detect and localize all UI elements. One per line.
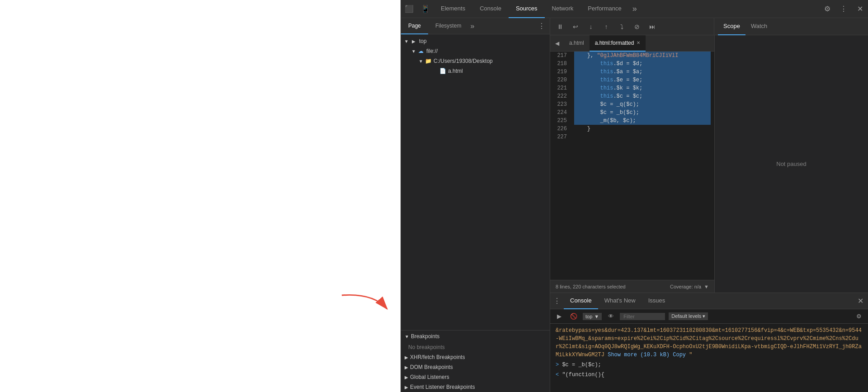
pause-button[interactable]: ⏸ (554, 20, 566, 33)
code-line-224: $c = _b($c); (574, 109, 711, 117)
close-console-button[interactable]: ✕ (853, 293, 868, 309)
context-arrow-icon: ▼ (594, 314, 599, 319)
breakpoints-label: Breakpoints (411, 333, 439, 340)
close-tab-button[interactable]: ✕ (637, 40, 640, 45)
tab-scope[interactable]: Scope (718, 18, 745, 35)
default-levels-selector[interactable]: Default levels ▾ (669, 312, 708, 320)
tree-arrow-top: ▼ (403, 39, 410, 44)
event-listener-breakpoints[interactable]: ▶ Event Listener Breakpoints (401, 382, 550, 392)
devtools-panel: ⬛ 📱 Elements Console Sources Network Per… (401, 0, 868, 392)
code-line-219: this.$a = $a; (574, 68, 711, 76)
file-tree: ▼ ▶ top ▼ ☁ file:// ▼ 📁 C:/Users/19308/D… (401, 34, 550, 330)
status-bar: 8 lines, 220 characters selected Coverag… (550, 280, 714, 293)
tab-filesystem[interactable]: Filesystem (428, 18, 468, 34)
line-num-221: 221 (554, 84, 567, 92)
code-line-221: this.$k = $k; (574, 84, 711, 92)
file-tab-ahtml[interactable]: a.html (564, 35, 590, 52)
more-options-icon[interactable]: ⋮ (835, 0, 852, 18)
console-tab-bar: ⋮ Console What's New Issues ✕ (550, 293, 868, 309)
context-selector[interactable]: top ▼ (583, 313, 602, 320)
line-num-224: 224 (554, 109, 567, 117)
filter-input[interactable] (620, 313, 665, 320)
sub-tab-more-icon[interactable]: » (470, 22, 474, 30)
file-back-button[interactable]: ◀ (550, 35, 564, 52)
triangle-icon: ▶ (410, 38, 417, 45)
global-listeners[interactable]: ▶ Global Listeners (401, 372, 550, 382)
breakpoints-arrow: ▼ (405, 334, 409, 339)
tab-watch[interactable]: Watch (745, 18, 773, 35)
not-paused-text: Not paused (715, 35, 868, 293)
context-label: top (585, 314, 592, 319)
code-line-223: $c = _q($c); (574, 100, 711, 109)
tab-network[interactable]: Network (545, 0, 581, 18)
debug-toolbar: ⏸ ↩ ↓ ↑ ⤵ ⊘ ⏭ (550, 18, 714, 35)
xhr-label: XHR/fetch Breakpoints (410, 354, 465, 360)
deactivate-button[interactable]: ⊘ (631, 20, 643, 33)
coverage-icon[interactable]: ▼ (704, 284, 709, 289)
breakpoints-section: ▼ Breakpoints No breakpoints ▶ XHR/fetch… (401, 330, 550, 392)
tab-elements[interactable]: Elements (434, 0, 472, 18)
tree-label-ahtml: a.html (448, 68, 463, 74)
step-into-button[interactable]: ↓ (585, 20, 597, 33)
tree-item-ahtml[interactable]: 📄 a.html (401, 66, 550, 76)
no-breakpoints-text: No breakpoints (401, 342, 550, 352)
console-toolbar: ▶ 🚫 top ▼ 👁 Default levels ▾ ⚙ (550, 309, 868, 324)
bottom-panel: ⋮ Console What's New Issues ✕ ▶ 🚫 top ▼ … (550, 293, 868, 392)
console-menu-button[interactable]: ⋮ (550, 293, 564, 309)
tab-whats-new[interactable]: What's New (598, 293, 642, 309)
dom-breakpoints[interactable]: ▶ DOM Breakpoints (401, 362, 550, 372)
console-output-result: < "(function(){ (550, 370, 868, 380)
more-tabs-icon[interactable]: » (629, 4, 641, 14)
scope-panel: Not paused (714, 35, 868, 293)
tab-console-bottom[interactable]: Console (564, 293, 598, 309)
console-output-code: > $c = _b($c); (550, 360, 868, 370)
tree-item-top[interactable]: ▼ ▶ top (401, 36, 550, 46)
code-line-222: this.$c = $c; (574, 92, 711, 100)
red-arrow (337, 291, 392, 320)
close-devtools-button[interactable]: ✕ (852, 0, 868, 18)
breakpoints-header[interactable]: ▼ Breakpoints (401, 331, 550, 342)
line-numbers: 217 218 219 220 221 222 223 224 225 226 … (550, 52, 571, 280)
folder-icon: 📁 (425, 57, 432, 65)
devtools-main: Page Filesystem » ⋮ ▼ ▶ top ▼ ☁ (401, 18, 868, 392)
device-icon[interactable]: 📱 (417, 0, 434, 18)
sub-tab-menu-icon[interactable]: ⋮ (533, 22, 550, 30)
tab-page[interactable]: Page (401, 18, 428, 34)
tree-label-top: top (419, 38, 427, 44)
main-tabs: Elements Console Sources Network Perform… (434, 0, 819, 18)
console-settings-button[interactable]: ⚙ (854, 311, 864, 322)
settings-icon[interactable]: ⚙ (819, 0, 835, 18)
file-tab-bar: ◀ a.html a.html:formatted ✕ (550, 35, 714, 52)
step-over-button[interactable]: ↩ (569, 20, 582, 33)
run-script-button[interactable]: ▶ (554, 311, 565, 322)
tab-sources[interactable]: Sources (509, 0, 545, 18)
dom-arrow-icon: ▶ (405, 365, 408, 370)
selection-info: 8 lines, 220 characters selected (556, 284, 626, 289)
tree-label-file: file:// (426, 48, 438, 54)
tree-item-desktop[interactable]: ▼ 📁 C:/Users/19308/Desktop (401, 56, 550, 66)
xhr-breakpoints[interactable]: ▶ XHR/fetch Breakpoints (401, 352, 550, 362)
tree-item-file[interactable]: ▼ ☁ file:// (401, 46, 550, 56)
tab-console[interactable]: Console (472, 0, 509, 18)
tree-label-desktop: C:/Users/19308/Desktop (434, 58, 493, 64)
step-button[interactable]: ⤵ (615, 20, 628, 33)
left-panel: Page Filesystem » ⋮ ▼ ▶ top ▼ ☁ (401, 18, 550, 392)
inspect-icon[interactable]: ⬛ (401, 0, 417, 18)
skip-button[interactable]: ⏭ (646, 20, 659, 33)
line-num-220: 220 (554, 76, 567, 84)
tab-performance[interactable]: Performance (580, 0, 628, 18)
clear-console-button[interactable]: 🚫 (568, 311, 579, 322)
global-label: Global Listeners (410, 374, 449, 380)
tab-issues[interactable]: Issues (642, 293, 672, 309)
event-arrow-icon: ▶ (405, 385, 408, 390)
dom-label: DOM Breakpoints (410, 364, 453, 370)
devtools-right-icons: ⚙ ⋮ ✕ (819, 0, 868, 18)
blank-area (0, 0, 401, 392)
file-tab-formatted-label: a.html:formatted (595, 40, 634, 46)
step-out-button[interactable]: ↑ (600, 20, 613, 33)
eye-icon[interactable]: 👁 (605, 311, 616, 322)
devtools-tab-bar: ⬛ 📱 Elements Console Sources Network Per… (401, 0, 868, 18)
global-arrow-icon: ▶ (405, 375, 408, 380)
code-line-220: this.$e = $e; (574, 76, 711, 84)
file-tab-ahtml-formatted[interactable]: a.html:formatted ✕ (590, 35, 646, 52)
